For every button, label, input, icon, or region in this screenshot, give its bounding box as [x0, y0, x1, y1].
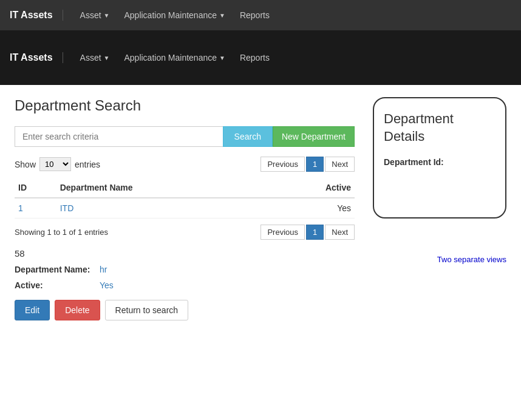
page-number-bottom: 1	[306, 225, 324, 240]
search-input[interactable]	[15, 126, 223, 147]
col-header-active: Active	[268, 178, 355, 198]
table-cell-active: Yes	[268, 198, 355, 218]
dept-details-title: Department Details	[384, 110, 495, 145]
asset-arrow-icon: ▼	[104, 12, 110, 19]
secondary-nav-app-maintenance[interactable]: Application Maintenance ▼	[117, 30, 232, 85]
prev-button-bottom[interactable]: Previous	[260, 225, 305, 240]
table-row: 1ITDYes	[15, 198, 355, 218]
search-button[interactable]: Search	[223, 126, 273, 147]
entries-label: entries	[75, 160, 100, 169]
action-buttons: Edit Delete Return to search	[15, 300, 355, 320]
next-button-bottom[interactable]: Next	[325, 225, 355, 240]
annotation-text: Two separate views	[373, 255, 506, 264]
show-entries-row: Show 10 25 50 100 entries Previous 1 Nex…	[15, 157, 355, 172]
secondary-nav-asset[interactable]: Asset ▼	[73, 30, 117, 85]
app-maintenance-arrow-icon: ▼	[219, 12, 225, 19]
show-entries-left: Show 10 25 50 100 entries	[15, 157, 100, 171]
detail-active-row: Active: Yes	[15, 280, 355, 290]
detail-active-label: Active:	[15, 280, 100, 290]
entries-select[interactable]: 10 25 50 100	[39, 157, 71, 171]
showing-info-text: Showing 1 to 1 of 1 entries	[15, 228, 108, 237]
detail-id: 58	[15, 248, 355, 259]
detail-active-value: Yes	[100, 280, 114, 290]
top-nav-asset[interactable]: Asset ▼	[73, 0, 117, 30]
search-bar: Search New Department	[15, 126, 355, 147]
top-brand[interactable]: IT Assets	[10, 10, 63, 21]
next-button-top[interactable]: Next	[325, 157, 355, 172]
page-number-top: 1	[306, 157, 324, 172]
secondary-app-maintenance-arrow-icon: ▼	[219, 55, 225, 61]
pagination-bottom: Previous 1 Next	[260, 225, 355, 240]
col-header-id: ID	[15, 178, 56, 198]
secondary-nav: IT Assets Asset ▼ Application Maintenanc…	[0, 30, 521, 85]
showing-info-row: Showing 1 to 1 of 1 entries Previous 1 N…	[15, 225, 355, 240]
secondary-asset-arrow-icon: ▼	[104, 55, 110, 61]
delete-button[interactable]: Delete	[55, 300, 100, 320]
secondary-nav-reports[interactable]: Reports	[233, 30, 277, 85]
show-label: Show	[15, 160, 36, 169]
table-cell-dept-name: ITD	[56, 198, 268, 218]
return-button[interactable]: Return to search	[105, 300, 189, 320]
col-header-dept-name: Department Name	[56, 178, 268, 198]
right-panel: Department Details Department Id: Two se…	[373, 97, 506, 320]
detail-dept-name-label: Department Name:	[15, 265, 100, 274]
prev-button-top[interactable]: Previous	[260, 157, 305, 172]
secondary-brand[interactable]: IT Assets	[10, 52, 63, 63]
detail-dept-name-row: Department Name: hr	[15, 265, 355, 274]
dept-id-label: Department Id:	[384, 157, 495, 167]
top-nav-reports[interactable]: Reports	[233, 0, 277, 30]
page-title: Department Search	[15, 97, 355, 114]
edit-button[interactable]: Edit	[15, 300, 50, 320]
dept-details-box: Department Details Department Id:	[373, 97, 506, 218]
main-content: Department Search Search New Department …	[0, 85, 521, 333]
left-panel: Department Search Search New Department …	[15, 97, 355, 320]
detail-dept-name-value: hr	[100, 265, 107, 274]
table-cell-id[interactable]: 1	[15, 198, 56, 218]
new-department-button[interactable]: New Department	[273, 126, 355, 147]
pagination-top: Previous 1 Next	[260, 157, 355, 172]
top-nav-app-maintenance[interactable]: Application Maintenance ▼	[117, 0, 232, 30]
department-table: ID Department Name Active 1ITDYes	[15, 178, 355, 218]
detail-section: 58 Department Name: hr Active: Yes Edit …	[15, 248, 355, 320]
top-nav: IT Assets Asset ▼ Application Maintenanc…	[0, 0, 521, 30]
